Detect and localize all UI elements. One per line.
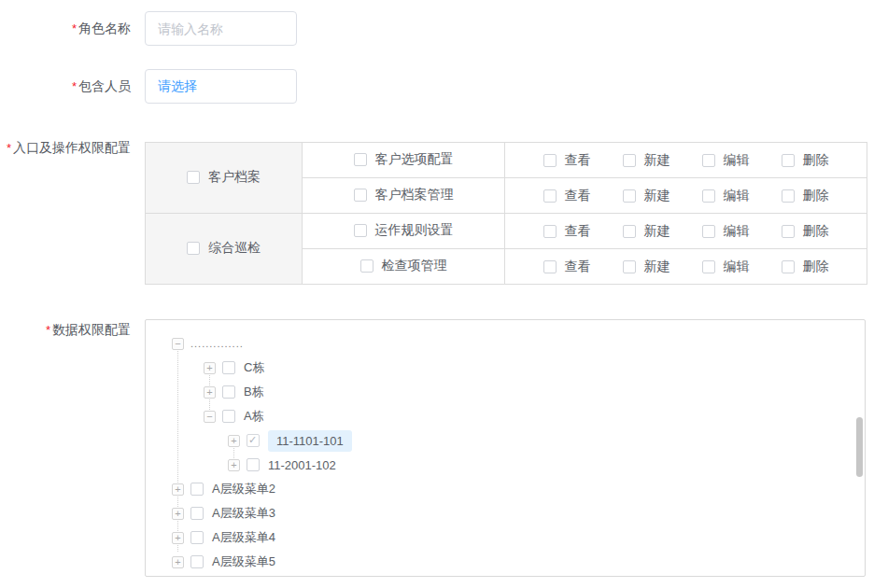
checkbox[interactable] [623, 260, 636, 273]
data-permissions-label-text: 数据权限配置 [52, 322, 131, 337]
checkbox[interactable] [623, 189, 636, 203]
item-checkbox-wrap[interactable]: 运作规则设置 [354, 222, 454, 239]
tree-node-checkbox[interactable] [222, 385, 235, 399]
scrollbar-thumb[interactable] [856, 417, 863, 477]
action-delete[interactable]: 删除 [782, 188, 829, 204]
tree-node-checkbox[interactable] [247, 458, 260, 471]
tree-node[interactable]: B栋 [146, 380, 865, 404]
action-edit[interactable]: 编辑 [702, 223, 750, 240]
checkbox[interactable] [543, 225, 557, 238]
expand-icon[interactable] [228, 435, 240, 447]
checkbox[interactable] [543, 154, 557, 167]
group-checkbox-wrap[interactable]: 客户档案 [187, 169, 261, 186]
tree-node[interactable]: A层级菜单4 [146, 525, 865, 550]
expand-icon[interactable] [172, 508, 184, 520]
action-cell: 查看 新建 编辑 删除 [505, 178, 867, 214]
action-delete[interactable]: 删除 [782, 152, 829, 169]
tree-node-label[interactable]: C栋 [244, 359, 264, 376]
members-select-value[interactable]: 请选择 [158, 78, 197, 93]
expand-icon[interactable] [204, 362, 216, 374]
action-create[interactable]: 新建 [623, 223, 670, 240]
tree-node-label[interactable]: A层级菜单3 [212, 505, 275, 522]
members-label-text: 包含人员 [78, 78, 131, 93]
group-label: 综合巡检 [208, 240, 261, 257]
action-view[interactable]: 查看 [543, 259, 591, 275]
action-label: 新建 [644, 152, 670, 169]
item-checkbox-wrap[interactable]: 检查项管理 [360, 258, 447, 274]
tree-node-label[interactable]: B栋 [244, 384, 264, 400]
action-view[interactable]: 查看 [543, 223, 591, 240]
tree-node[interactable]: A层级菜单3 [146, 501, 865, 525]
tree-node-label[interactable]: A层级菜单5 [212, 553, 275, 570]
table-row: 综合巡检 运作规则设置 查看 新建 编辑 删除 [146, 214, 867, 249]
tree-node-checkbox[interactable] [190, 483, 204, 496]
entry-permissions-label: *入口及操作权限配置 [0, 140, 131, 157]
checkbox[interactable] [623, 154, 636, 167]
tree-node-checkbox[interactable] [190, 507, 204, 520]
expand-icon[interactable] [172, 483, 184, 496]
tree-node-label[interactable]: A层级菜单2 [212, 481, 275, 497]
checkbox[interactable] [782, 154, 795, 167]
action-delete[interactable]: 删除 [782, 223, 829, 240]
expand-icon[interactable] [228, 459, 240, 471]
expand-icon[interactable] [172, 556, 184, 568]
tree-node[interactable]: A栋 [146, 404, 865, 428]
action-create[interactable]: 新建 [623, 152, 670, 169]
item-cell: 检查项管理 [303, 249, 505, 285]
data-permission-tree: .............. C栋 B栋 A栋 11-1101-101 11-2… [145, 319, 866, 577]
tree-node[interactable]: A层级菜单5 [146, 550, 865, 574]
action-delete[interactable]: 删除 [782, 259, 829, 275]
checkbox[interactable] [354, 189, 367, 202]
checkbox[interactable] [782, 225, 795, 238]
checkbox[interactable] [702, 189, 715, 203]
tree-node[interactable]: A层级菜单2 [146, 477, 865, 501]
tree-node[interactable]: C栋 [146, 356, 865, 380]
checkbox[interactable] [623, 225, 636, 238]
item-checkbox-wrap[interactable]: 客户选项配置 [354, 151, 454, 168]
tree-node-root[interactable]: .............. [146, 331, 865, 356]
tree-node[interactable]: 11-2001-102 [146, 453, 865, 477]
action-create[interactable]: 新建 [623, 188, 670, 204]
action-label: 编辑 [724, 259, 750, 275]
tree-node-checkbox[interactable] [190, 555, 204, 568]
tree-node-checkbox[interactable] [247, 434, 260, 447]
tree-node-label[interactable]: .............. [190, 338, 244, 349]
collapse-icon[interactable] [172, 338, 184, 350]
tree-node-label[interactable]: 11-1101-101 [268, 430, 352, 452]
checkbox[interactable] [354, 224, 367, 237]
checkbox[interactable] [782, 260, 795, 273]
checkbox[interactable] [702, 260, 715, 273]
collapse-icon[interactable] [204, 411, 216, 423]
tree-node-checkbox[interactable] [190, 531, 204, 544]
members-select[interactable]: 请选择 [145, 69, 297, 104]
group-checkbox-wrap[interactable]: 综合巡检 [187, 240, 261, 257]
expand-icon[interactable] [204, 386, 216, 399]
tree-node-label[interactable]: A层级菜单4 [212, 529, 275, 546]
checkbox[interactable] [187, 242, 200, 255]
checkbox[interactable] [360, 259, 374, 273]
checkbox[interactable] [782, 189, 795, 203]
role-name-input[interactable] [145, 11, 297, 46]
checkbox[interactable] [702, 154, 715, 167]
expand-icon[interactable] [172, 532, 184, 544]
tree-node-label[interactable]: 11-2001-102 [268, 458, 336, 472]
action-edit[interactable]: 编辑 [702, 188, 750, 204]
checkbox[interactable] [187, 171, 200, 184]
group-cell-customer-archive: 客户档案 [146, 143, 303, 214]
tree-node-checkbox[interactable] [222, 410, 235, 423]
action-view[interactable]: 查看 [543, 188, 591, 204]
item-checkbox-wrap[interactable]: 客户档案管理 [354, 187, 454, 203]
tree-node-selected[interactable]: 11-1101-101 [146, 428, 865, 453]
item-cell: 客户档案管理 [303, 178, 505, 214]
checkbox[interactable] [702, 225, 715, 238]
action-edit[interactable]: 编辑 [702, 259, 750, 275]
action-edit[interactable]: 编辑 [702, 152, 750, 169]
checkbox[interactable] [543, 260, 557, 273]
tree-node-checkbox[interactable] [222, 361, 235, 374]
checkbox[interactable] [543, 189, 557, 203]
tree-node-label[interactable]: A栋 [244, 408, 264, 425]
action-view[interactable]: 查看 [543, 152, 591, 169]
data-permissions-label: *数据权限配置 [0, 322, 131, 339]
action-create[interactable]: 新建 [623, 259, 670, 275]
checkbox[interactable] [354, 153, 367, 166]
